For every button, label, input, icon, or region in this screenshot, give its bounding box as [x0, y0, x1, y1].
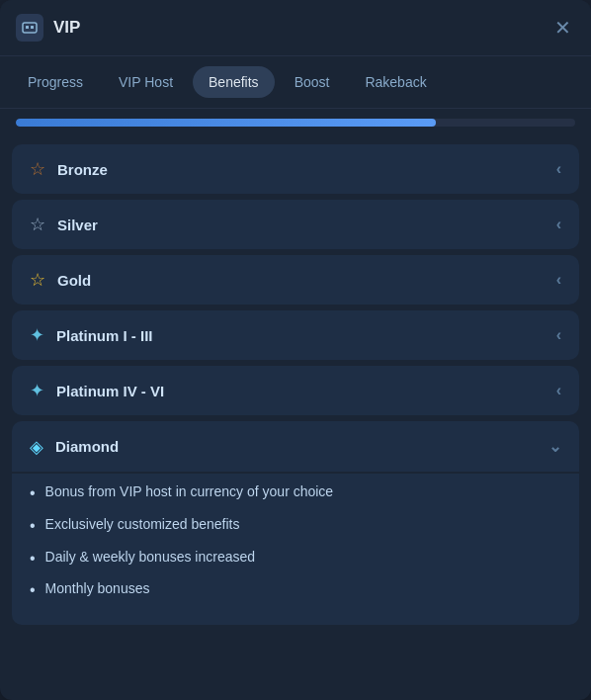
- tier-row-silver[interactable]: ☆ Silver ‹: [12, 200, 579, 249]
- vip-modal: VIP ✕ Progress VIP Host Benefits Boost R…: [0, 0, 591, 700]
- diamond-benefit-4: Monthly bonuses: [30, 574, 561, 607]
- svg-rect-2: [31, 26, 34, 29]
- diamond-benefit-1: Bonus from VIP host in currency of your …: [30, 478, 561, 510]
- close-button[interactable]: ✕: [550, 14, 575, 42]
- gold-chevron-icon: ‹: [556, 271, 561, 289]
- svg-rect-1: [26, 26, 29, 29]
- progress-section: [0, 109, 591, 136]
- tier-row-gold[interactable]: ☆ Gold ‹: [12, 255, 579, 305]
- tiers-list: ☆ Bronze ‹ ☆ Silver ‹ ☆ Gold ‹ ✦ Pla: [0, 136, 591, 633]
- tier-row-bronze[interactable]: ☆ Bronze ‹: [12, 144, 579, 194]
- vip-modal-icon: [16, 14, 43, 42]
- svg-rect-0: [23, 23, 37, 33]
- progress-bar: [16, 119, 575, 127]
- tier-left-platinum4: ✦ Platinum IV - VI: [30, 382, 164, 399]
- tier-left-silver: ☆ Silver: [30, 216, 98, 233]
- modal-header: VIP ✕: [0, 0, 591, 56]
- bronze-star-icon: ☆: [30, 160, 45, 178]
- platinum4-tier-name: Platinum IV - VI: [56, 383, 164, 399]
- tier-row-platinum1[interactable]: ✦ Platinum I - III ‹: [12, 310, 579, 360]
- diamond-benefit-3: Daily & weekly bonuses increased: [30, 543, 561, 575]
- progress-bar-fill: [16, 119, 436, 127]
- platinum1-tier-name: Platinum I - III: [56, 327, 153, 344]
- tab-vip-host[interactable]: VIP Host: [103, 66, 189, 98]
- diamond-expanded-content: Bonus from VIP host in currency of your …: [12, 474, 579, 625]
- silver-tier-name: Silver: [57, 217, 98, 233]
- tier-row-diamond[interactable]: ◈ Diamond ⌄: [12, 421, 579, 472]
- silver-chevron-icon: ‹: [556, 216, 561, 233]
- diamond-benefit-2: Exclusively customized benefits: [30, 510, 561, 543]
- diamond-star-icon: ◈: [30, 438, 43, 456]
- tabs-bar: Progress VIP Host Benefits Boost Rakebac…: [0, 56, 591, 109]
- modal-title: VIP: [53, 18, 80, 38]
- silver-star-icon: ☆: [30, 216, 45, 233]
- modal-title-area: VIP: [16, 14, 80, 42]
- tab-benefits[interactable]: Benefits: [193, 66, 275, 98]
- tier-left-bronze: ☆ Bronze: [30, 160, 108, 178]
- gold-star-icon: ☆: [30, 271, 45, 289]
- tier-left-diamond: ◈ Diamond: [30, 438, 119, 456]
- bronze-chevron-icon: ‹: [556, 160, 561, 178]
- diamond-chevron-icon: ⌄: [549, 437, 561, 456]
- tier-left-platinum1: ✦ Platinum I - III: [30, 326, 153, 344]
- diamond-tier-name: Diamond: [55, 438, 119, 455]
- platinum1-star-icon: ✦: [30, 326, 44, 344]
- tab-progress[interactable]: Progress: [12, 66, 99, 98]
- platinum4-star-icon: ✦: [30, 382, 44, 399]
- tab-rakeback[interactable]: Rakeback: [349, 66, 442, 98]
- gold-tier-name: Gold: [57, 272, 91, 289]
- tier-left-gold: ☆ Gold: [30, 271, 91, 289]
- tab-boost[interactable]: Boost: [279, 66, 346, 98]
- platinum4-chevron-icon: ‹: [556, 382, 561, 399]
- bronze-tier-name: Bronze: [57, 161, 108, 178]
- diamond-benefits-list: Bonus from VIP host in currency of your …: [30, 478, 561, 607]
- platinum1-chevron-icon: ‹: [556, 326, 561, 344]
- tier-row-platinum4[interactable]: ✦ Platinum IV - VI ‹: [12, 366, 579, 415]
